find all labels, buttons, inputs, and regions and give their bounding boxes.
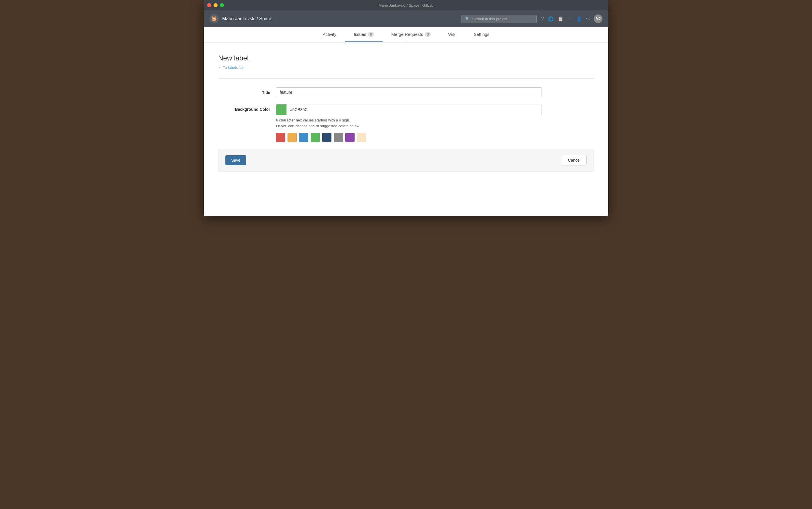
search-bar[interactable]: 🔍 Search in this project: [462, 15, 537, 23]
navbar-icons: ? 🌐 📋 ＋ 👤 ↪ MJ: [541, 14, 602, 23]
page-title: New label: [218, 54, 594, 62]
subnav-wiki-label: Wiki: [448, 32, 456, 37]
subnav-item-settings[interactable]: Settings: [465, 27, 498, 42]
color-swatch[interactable]: [276, 104, 287, 115]
title-input[interactable]: [276, 87, 542, 97]
minimize-button[interactable]: [214, 3, 218, 7]
merge-requests-badge: 0: [425, 32, 431, 37]
logout-icon[interactable]: ↪: [586, 16, 590, 22]
color-hex-input[interactable]: [287, 105, 542, 114]
navbar: Marin Jankovski / Space 🔍 Search in this…: [204, 10, 608, 27]
search-placeholder-text: Search in this project: [472, 17, 507, 21]
color-presets: [276, 133, 542, 142]
globe-icon[interactable]: 🌐: [548, 16, 554, 22]
subnav-item-activity[interactable]: Activity: [314, 27, 345, 42]
issues-badge: 0: [368, 32, 374, 37]
maximize-button[interactable]: [220, 3, 224, 7]
hint-line2: Or you can choose one of suggested color…: [276, 123, 542, 129]
form-group-bg-color: Background Color 6 character hex values …: [218, 104, 594, 142]
svg-point-6: [213, 19, 214, 20]
subnav-merge-requests-label: Merge Requests: [391, 32, 423, 37]
subnav-activity-label: Activity: [323, 32, 337, 37]
copy-icon[interactable]: 📋: [558, 16, 563, 22]
subnav-arrow-icon: ▲: [404, 40, 408, 44]
subnav-item-issues[interactable]: Issues 0: [345, 27, 382, 42]
subnav-item-wiki[interactable]: Wiki: [440, 27, 465, 42]
subnav-item-merge-requests[interactable]: Merge Requests 0: [382, 27, 440, 42]
subnav-settings-label: Settings: [474, 32, 489, 37]
bg-color-input-wrap: 6 character hex values starting with a #…: [276, 104, 542, 142]
brand-name: Marin Jankovski / Space: [222, 16, 272, 22]
app-window: Marin Jankovski / Space | GitLab Marin J…: [204, 0, 608, 216]
main-content: New label ← To labels list Title Backgro…: [204, 42, 608, 216]
cancel-button[interactable]: Cancel: [562, 155, 587, 165]
color-hint: 6 character hex values starting with a #…: [276, 117, 542, 129]
color-preset-navy[interactable]: [322, 133, 331, 142]
color-preset-blue[interactable]: [299, 133, 308, 142]
save-button[interactable]: Save: [225, 155, 246, 165]
brand-link[interactable]: Marin Jankovski / Space: [210, 14, 272, 24]
subnav: Activity Issues 0 Merge Requests 0 Wiki …: [204, 27, 608, 42]
color-preset-red[interactable]: [276, 133, 285, 142]
title-bar: Marin Jankovski / Space | GitLab: [204, 0, 608, 10]
close-button[interactable]: [207, 3, 211, 7]
search-icon: 🔍: [465, 17, 470, 21]
color-preset-purple[interactable]: [345, 133, 355, 142]
form-group-title: Title: [218, 87, 594, 97]
form-actions: Save Cancel: [218, 149, 594, 171]
svg-point-7: [214, 19, 215, 20]
plus-icon[interactable]: ＋: [567, 16, 572, 22]
color-preset-gray[interactable]: [334, 133, 343, 142]
help-icon[interactable]: ?: [541, 16, 544, 22]
color-preset-cream[interactable]: [357, 133, 366, 142]
bg-color-label: Background Color: [218, 104, 276, 112]
title-input-wrap: [276, 87, 542, 97]
form-divider: [218, 78, 594, 79]
title-label: Title: [218, 87, 276, 95]
user-icon[interactable]: 👤: [576, 16, 582, 22]
color-preset-orange[interactable]: [288, 133, 297, 142]
subnav-issues-label: Issues: [354, 32, 366, 37]
avatar[interactable]: MJ: [594, 14, 602, 23]
window-controls: [207, 3, 224, 7]
window-title: Marin Jankovski / Space | GitLab: [378, 3, 434, 7]
color-preset-green[interactable]: [311, 133, 320, 142]
hint-line1: 6 character hex values starting with a #…: [276, 117, 542, 123]
back-link[interactable]: ← To labels list: [218, 65, 243, 70]
color-input-wrapper: [276, 104, 542, 115]
brand-logo-icon: [210, 14, 219, 24]
svg-point-8: [214, 20, 214, 20]
